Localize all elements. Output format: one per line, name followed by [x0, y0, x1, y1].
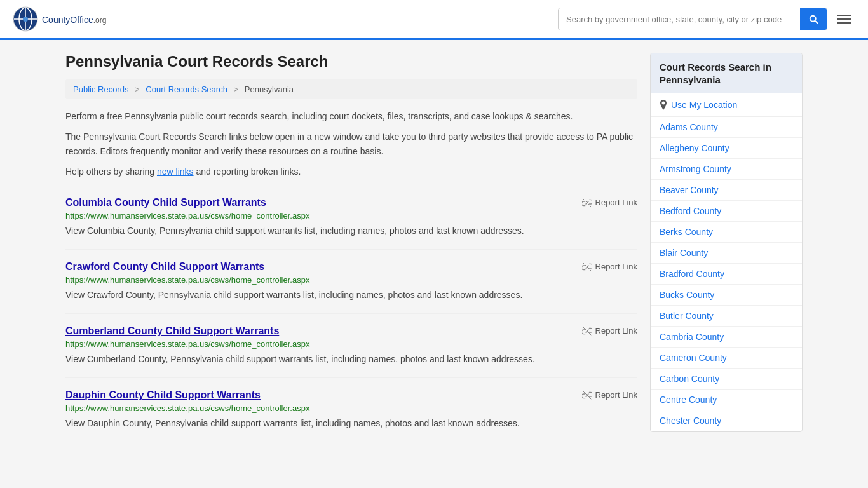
result-url-3[interactable]: https://www.humanservices.state.pa.us/cs… — [65, 403, 637, 413]
pin-icon — [660, 100, 667, 110]
county-list: Adams CountyAllegheny CountyArmstrong Co… — [651, 117, 802, 431]
result-item: Crawford County Child Support Warrants R… — [65, 250, 637, 314]
result-desc-2: View Cumberland County, Pennsylvania chi… — [65, 353, 637, 366]
report-link-1[interactable]: Report Link — [582, 262, 637, 272]
county-list-item: Cambria County — [651, 327, 802, 348]
result-item: Columbia County Child Support Warrants R… — [65, 186, 637, 250]
report-link-2[interactable]: Report Link — [582, 326, 637, 336]
breadcrumb: Public Records > Court Records Search > … — [65, 79, 637, 99]
breadcrumb-public-records[interactable]: Public Records — [73, 85, 128, 94]
site-header: CountyOffice.org — [0, 0, 868, 40]
broken-link-icon — [582, 262, 592, 272]
result-title-2[interactable]: Cumberland County Child Support Warrants — [65, 325, 279, 337]
county-link-1[interactable]: Allegheny County — [651, 138, 802, 158]
county-list-item: Bradford County — [651, 264, 802, 285]
svg-point-4 — [23, 17, 28, 22]
county-link-7[interactable]: Bradford County — [651, 264, 802, 284]
county-link-6[interactable]: Blair County — [651, 243, 802, 263]
county-list-item: Blair County — [651, 243, 802, 264]
result-url-1[interactable]: https://www.humanservices.state.pa.us/cs… — [65, 275, 637, 285]
description-3: Help others by sharing new links and rep… — [65, 165, 637, 179]
county-list-item: Bucks County — [651, 285, 802, 306]
county-link-0[interactable]: Adams County — [651, 117, 802, 137]
logo-icon — [13, 6, 38, 32]
result-header-2: Cumberland County Child Support Warrants… — [65, 325, 637, 337]
report-link-0[interactable]: Report Link — [582, 198, 637, 208]
county-list-item: Allegheny County — [651, 138, 802, 159]
sidebar-title: Court Records Search in Pennsylvania — [651, 53, 802, 93]
menu-button[interactable] — [834, 11, 855, 27]
result-title-1[interactable]: Crawford County Child Support Warrants — [65, 261, 264, 273]
header-right — [558, 8, 855, 30]
result-header-0: Columbia County Child Support Warrants R… — [65, 197, 637, 208]
county-link-5[interactable]: Berks County — [651, 222, 802, 242]
county-list-item: Cameron County — [651, 348, 802, 369]
breadcrumb-court-records[interactable]: Court Records Search — [146, 85, 227, 94]
description-3-prefix: Help others by sharing — [65, 166, 157, 177]
county-list-item: Chester County — [651, 410, 802, 431]
county-link-3[interactable]: Beaver County — [651, 180, 802, 200]
description-2: The Pennsylvania Court Records Search li… — [65, 130, 637, 158]
use-my-location[interactable]: Use My Location — [651, 93, 802, 117]
result-url-2[interactable]: https://www.humanservices.state.pa.us/cs… — [65, 339, 637, 349]
county-list-item: Centre County — [651, 390, 802, 410]
search-icon — [808, 13, 819, 25]
county-link-8[interactable]: Bucks County — [651, 285, 802, 305]
county-link-10[interactable]: Cambria County — [651, 327, 802, 347]
county-list-item: Bedford County — [651, 201, 802, 222]
county-link-14[interactable]: Chester County — [651, 410, 802, 431]
menu-line-1 — [837, 15, 851, 16]
result-item: Dauphin County Child Support Warrants Re… — [65, 378, 637, 442]
search-button[interactable] — [800, 8, 827, 30]
site-logo[interactable]: CountyOffice.org — [13, 6, 106, 32]
result-title-0[interactable]: Columbia County Child Support Warrants — [65, 197, 266, 208]
result-desc-1: View Crawford County, Pennsylvania child… — [65, 288, 637, 302]
main-container: Pennsylvania Court Records Search Public… — [53, 40, 815, 455]
county-link-9[interactable]: Butler County — [651, 306, 802, 326]
description-1: Perform a free Pennsylvania public court… — [65, 109, 637, 123]
report-link-3[interactable]: Report Link — [582, 390, 637, 400]
breadcrumb-pennsylvania: Pennsylvania — [245, 85, 294, 94]
menu-line-2 — [837, 18, 851, 20]
county-list-item: Berks County — [651, 222, 802, 243]
description-3-suffix: and reporting broken links. — [194, 166, 301, 177]
county-list-item: Butler County — [651, 306, 802, 327]
broken-link-icon — [582, 390, 592, 400]
county-link-13[interactable]: Centre County — [651, 390, 802, 410]
results-list: Columbia County Child Support Warrants R… — [65, 186, 637, 442]
result-header-1: Crawford County Child Support Warrants R… — [65, 261, 637, 273]
broken-link-icon — [582, 326, 592, 336]
page-title: Pennsylvania Court Records Search — [65, 53, 637, 71]
sidebar-box: Court Records Search in Pennsylvania Use… — [650, 53, 803, 432]
use-my-location-label: Use My Location — [671, 100, 737, 110]
county-link-2[interactable]: Armstrong County — [651, 159, 802, 179]
search-bar — [558, 8, 827, 30]
result-header-3: Dauphin County Child Support Warrants Re… — [65, 390, 637, 401]
menu-line-3 — [837, 22, 851, 24]
county-list-item: Carbon County — [651, 369, 802, 390]
new-links-link[interactable]: new links — [157, 166, 194, 177]
county-list-item: Adams County — [651, 117, 802, 138]
result-desc-0: View Columbia County, Pennsylvania child… — [65, 224, 637, 238]
county-list-item: Beaver County — [651, 180, 802, 201]
result-title-3[interactable]: Dauphin County Child Support Warrants — [65, 390, 261, 401]
county-link-11[interactable]: Cameron County — [651, 348, 802, 368]
result-item: Cumberland County Child Support Warrants… — [65, 314, 637, 378]
sidebar: Court Records Search in Pennsylvania Use… — [650, 53, 803, 442]
logo-text: CountyOffice.org — [42, 13, 106, 26]
result-url-0[interactable]: https://www.humanservices.state.pa.us/cs… — [65, 211, 637, 220]
main-content: Pennsylvania Court Records Search Public… — [65, 53, 637, 442]
breadcrumb-sep-1: > — [135, 85, 140, 94]
broken-link-icon — [582, 198, 592, 208]
county-link-4[interactable]: Bedford County — [651, 201, 802, 221]
county-link-12[interactable]: Carbon County — [651, 369, 802, 389]
result-desc-3: View Dauphin County, Pennsylvania child … — [65, 417, 637, 430]
search-input[interactable] — [559, 10, 800, 29]
breadcrumb-sep-2: > — [234, 85, 239, 94]
county-list-item: Armstrong County — [651, 159, 802, 180]
